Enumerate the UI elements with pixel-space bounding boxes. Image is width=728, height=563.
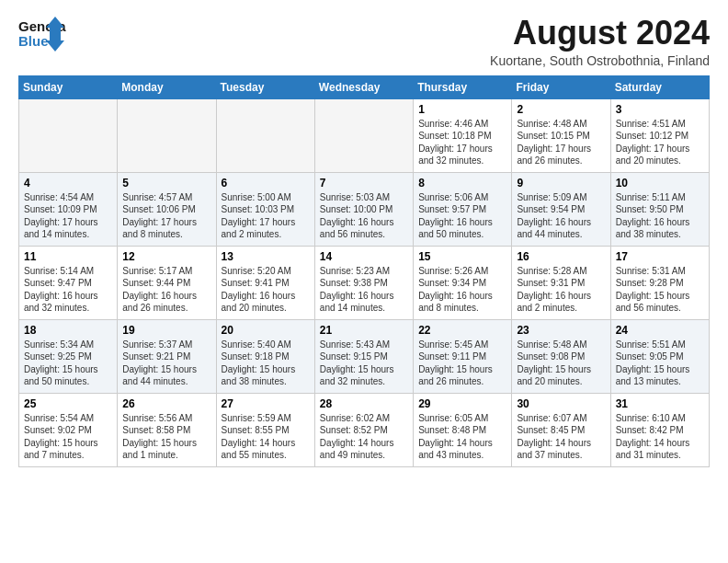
day-number: 2 bbox=[517, 103, 605, 116]
day-number: 27 bbox=[222, 397, 310, 410]
calendar-cell: 26Sunrise: 5:56 AM Sunset: 8:58 PM Dayli… bbox=[118, 393, 216, 466]
day-info: Sunrise: 5:51 AM Sunset: 9:05 PM Dayligh… bbox=[616, 339, 704, 388]
calendar-cell: 2Sunrise: 4:48 AM Sunset: 10:15 PM Dayli… bbox=[512, 98, 610, 172]
calendar-cell: 27Sunrise: 5:59 AM Sunset: 8:55 PM Dayli… bbox=[216, 393, 314, 466]
weekday-header-tuesday: Tuesday bbox=[216, 75, 314, 98]
calendar-cell: 22Sunrise: 5:45 AM Sunset: 9:11 PM Dayli… bbox=[414, 319, 512, 393]
day-info: Sunrise: 5:09 AM Sunset: 9:54 PM Dayligh… bbox=[517, 191, 605, 241]
calendar-cell bbox=[19, 98, 118, 172]
calendar-cell: 16Sunrise: 5:28 AM Sunset: 9:31 PM Dayli… bbox=[512, 246, 610, 319]
weekday-header-monday: Monday bbox=[118, 75, 216, 98]
day-info: Sunrise: 4:57 AM Sunset: 10:06 PM Daylig… bbox=[122, 191, 210, 241]
day-info: Sunrise: 5:31 AM Sunset: 9:28 PM Dayligh… bbox=[616, 265, 704, 315]
day-number: 11 bbox=[24, 250, 112, 263]
logo: GeneralBlue bbox=[18, 15, 66, 53]
day-info: Sunrise: 6:02 AM Sunset: 8:52 PM Dayligh… bbox=[320, 412, 408, 462]
day-info: Sunrise: 4:46 AM Sunset: 10:18 PM Daylig… bbox=[418, 118, 506, 167]
calendar-cell: 21Sunrise: 5:43 AM Sunset: 9:15 PM Dayli… bbox=[314, 319, 413, 393]
day-info: Sunrise: 5:20 AM Sunset: 9:41 PM Dayligh… bbox=[222, 265, 310, 315]
day-info: Sunrise: 5:59 AM Sunset: 8:55 PM Dayligh… bbox=[222, 412, 310, 462]
day-info: Sunrise: 5:00 AM Sunset: 10:03 PM Daylig… bbox=[222, 191, 310, 241]
day-number: 7 bbox=[320, 177, 408, 190]
weekday-header-saturday: Saturday bbox=[610, 75, 709, 98]
day-number: 28 bbox=[320, 397, 408, 410]
day-number: 5 bbox=[122, 177, 210, 190]
day-number: 3 bbox=[616, 103, 704, 116]
day-info: Sunrise: 5:48 AM Sunset: 9:08 PM Dayligh… bbox=[517, 339, 605, 388]
calendar-cell: 24Sunrise: 5:51 AM Sunset: 9:05 PM Dayli… bbox=[610, 319, 709, 393]
calendar-cell: 31Sunrise: 6:10 AM Sunset: 8:42 PM Dayli… bbox=[610, 393, 709, 466]
day-info: Sunrise: 5:17 AM Sunset: 9:44 PM Dayligh… bbox=[122, 265, 210, 315]
day-number: 22 bbox=[418, 324, 506, 337]
day-info: Sunrise: 5:28 AM Sunset: 9:31 PM Dayligh… bbox=[517, 265, 605, 315]
day-info: Sunrise: 4:54 AM Sunset: 10:09 PM Daylig… bbox=[24, 191, 112, 241]
day-number: 8 bbox=[418, 177, 506, 190]
day-number: 19 bbox=[122, 324, 210, 337]
calendar-week-1: 1Sunrise: 4:46 AM Sunset: 10:18 PM Dayli… bbox=[19, 98, 710, 172]
calendar-cell: 4Sunrise: 4:54 AM Sunset: 10:09 PM Dayli… bbox=[19, 172, 118, 246]
header: GeneralBlue August 2024 Kuortane, South … bbox=[18, 15, 710, 68]
day-info: Sunrise: 5:06 AM Sunset: 9:57 PM Dayligh… bbox=[418, 191, 506, 241]
page: GeneralBlue August 2024 Kuortane, South … bbox=[0, 0, 728, 477]
calendar-cell: 12Sunrise: 5:17 AM Sunset: 9:44 PM Dayli… bbox=[118, 246, 216, 319]
day-info: Sunrise: 4:51 AM Sunset: 10:12 PM Daylig… bbox=[616, 118, 704, 167]
logo-svg: GeneralBlue bbox=[18, 15, 66, 53]
calendar-cell: 30Sunrise: 6:07 AM Sunset: 8:45 PM Dayli… bbox=[512, 393, 610, 466]
day-number: 26 bbox=[122, 397, 210, 410]
calendar-cell: 14Sunrise: 5:23 AM Sunset: 9:38 PM Dayli… bbox=[314, 246, 413, 319]
day-number: 29 bbox=[418, 397, 506, 410]
calendar-cell: 13Sunrise: 5:20 AM Sunset: 9:41 PM Dayli… bbox=[216, 246, 314, 319]
weekday-header-wednesday: Wednesday bbox=[314, 75, 413, 98]
calendar-cell: 11Sunrise: 5:14 AM Sunset: 9:47 PM Dayli… bbox=[19, 246, 118, 319]
day-number: 14 bbox=[320, 250, 408, 263]
day-number: 17 bbox=[616, 250, 704, 263]
calendar-cell bbox=[118, 98, 216, 172]
calendar-cell: 6Sunrise: 5:00 AM Sunset: 10:03 PM Dayli… bbox=[216, 172, 314, 246]
day-number: 18 bbox=[24, 324, 112, 337]
weekday-header-sunday: Sunday bbox=[19, 75, 118, 98]
calendar-cell: 7Sunrise: 5:03 AM Sunset: 10:00 PM Dayli… bbox=[314, 172, 413, 246]
day-number: 6 bbox=[222, 177, 310, 190]
day-number: 12 bbox=[122, 250, 210, 263]
calendar-cell: 17Sunrise: 5:31 AM Sunset: 9:28 PM Dayli… bbox=[610, 246, 709, 319]
month-title: August 2024 bbox=[490, 15, 710, 52]
calendar-cell: 10Sunrise: 5:11 AM Sunset: 9:50 PM Dayli… bbox=[610, 172, 709, 246]
calendar-cell: 28Sunrise: 6:02 AM Sunset: 8:52 PM Dayli… bbox=[314, 393, 413, 466]
calendar-week-4: 18Sunrise: 5:34 AM Sunset: 9:25 PM Dayli… bbox=[19, 319, 710, 393]
calendar-cell: 20Sunrise: 5:40 AM Sunset: 9:18 PM Dayli… bbox=[216, 319, 314, 393]
day-info: Sunrise: 5:03 AM Sunset: 10:00 PM Daylig… bbox=[320, 191, 408, 241]
day-number: 23 bbox=[517, 324, 605, 337]
day-info: Sunrise: 5:45 AM Sunset: 9:11 PM Dayligh… bbox=[418, 339, 506, 388]
day-number: 20 bbox=[222, 324, 310, 337]
weekday-header-friday: Friday bbox=[512, 75, 610, 98]
calendar-cell: 15Sunrise: 5:26 AM Sunset: 9:34 PM Dayli… bbox=[414, 246, 512, 319]
day-number: 31 bbox=[616, 397, 704, 410]
day-number: 10 bbox=[616, 177, 704, 190]
calendar-cell: 18Sunrise: 5:34 AM Sunset: 9:25 PM Dayli… bbox=[19, 319, 118, 393]
day-info: Sunrise: 6:05 AM Sunset: 8:48 PM Dayligh… bbox=[418, 412, 506, 462]
day-info: Sunrise: 5:37 AM Sunset: 9:21 PM Dayligh… bbox=[122, 339, 210, 388]
calendar-cell: 19Sunrise: 5:37 AM Sunset: 9:21 PM Dayli… bbox=[118, 319, 216, 393]
weekday-header-row: SundayMondayTuesdayWednesdayThursdayFrid… bbox=[19, 75, 710, 98]
title-block: August 2024 Kuortane, South Ostrobothnia… bbox=[490, 15, 710, 68]
location-subtitle: Kuortane, South Ostrobothnia, Finland bbox=[490, 53, 710, 68]
day-info: Sunrise: 6:10 AM Sunset: 8:42 PM Dayligh… bbox=[616, 412, 704, 462]
calendar-cell: 29Sunrise: 6:05 AM Sunset: 8:48 PM Dayli… bbox=[414, 393, 512, 466]
day-info: Sunrise: 5:43 AM Sunset: 9:15 PM Dayligh… bbox=[320, 339, 408, 388]
calendar-cell: 5Sunrise: 4:57 AM Sunset: 10:06 PM Dayli… bbox=[118, 172, 216, 246]
day-info: Sunrise: 5:54 AM Sunset: 9:02 PM Dayligh… bbox=[24, 412, 112, 462]
day-number: 16 bbox=[517, 250, 605, 263]
svg-text:Blue: Blue bbox=[18, 33, 49, 49]
calendar-week-5: 25Sunrise: 5:54 AM Sunset: 9:02 PM Dayli… bbox=[19, 393, 710, 466]
day-info: Sunrise: 5:34 AM Sunset: 9:25 PM Dayligh… bbox=[24, 339, 112, 388]
calendar-cell: 8Sunrise: 5:06 AM Sunset: 9:57 PM Daylig… bbox=[414, 172, 512, 246]
day-number: 9 bbox=[517, 177, 605, 190]
day-info: Sunrise: 5:23 AM Sunset: 9:38 PM Dayligh… bbox=[320, 265, 408, 315]
day-info: Sunrise: 5:14 AM Sunset: 9:47 PM Dayligh… bbox=[24, 265, 112, 315]
calendar-table: SundayMondayTuesdayWednesdayThursdayFrid… bbox=[18, 75, 710, 467]
day-number: 25 bbox=[24, 397, 112, 410]
calendar-cell: 23Sunrise: 5:48 AM Sunset: 9:08 PM Dayli… bbox=[512, 319, 610, 393]
calendar-cell bbox=[314, 98, 413, 172]
day-number: 1 bbox=[418, 103, 506, 116]
day-number: 4 bbox=[24, 177, 112, 190]
